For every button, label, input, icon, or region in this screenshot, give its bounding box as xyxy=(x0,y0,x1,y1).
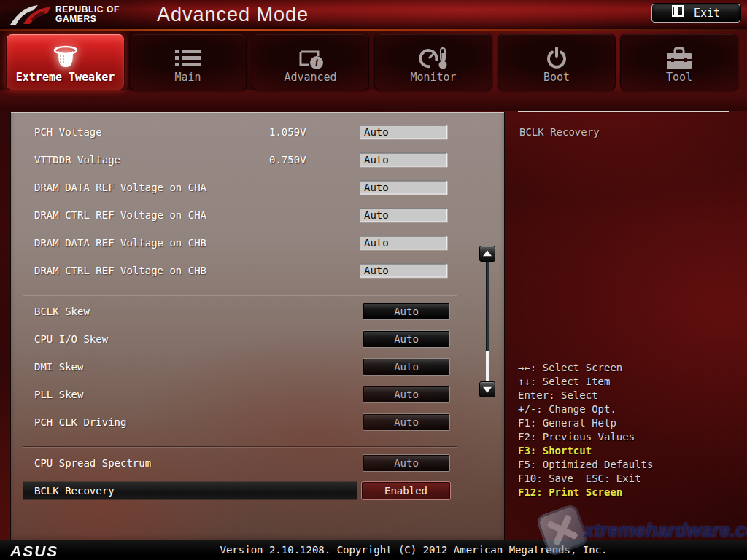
tab-boot[interactable]: Boot xyxy=(498,34,616,90)
setting-row-dram-ctrl-ref-chb[interactable]: DRAM CTRL REF Voltage on CHB Auto xyxy=(11,257,504,284)
setting-current-value: 1.059V xyxy=(269,126,306,138)
tab-main[interactable]: Main xyxy=(129,34,247,90)
scrollbar-thumb[interactable] xyxy=(486,351,489,381)
setting-dropdown[interactable]: Auto xyxy=(363,303,450,320)
setting-label: BCLK Skew xyxy=(34,306,90,317)
setting-label: DRAM CTRL REF Voltage on CHA xyxy=(34,209,206,221)
bios-version-text: Version 2.10.1208. Copyright (C) 2012 Am… xyxy=(80,544,747,556)
setting-input[interactable]: Auto xyxy=(360,153,447,167)
setting-label: PLL Skew xyxy=(34,389,83,400)
setting-input[interactable]: Auto xyxy=(360,125,447,139)
tab-label: Main xyxy=(130,71,246,84)
tab-advanced[interactable]: i Advanced xyxy=(252,34,369,90)
exit-label: Exit xyxy=(694,7,720,20)
setting-row-dram-data-ref-chb[interactable]: DRAM DATA REF Voltage on CHB Auto xyxy=(11,229,504,257)
setting-label: DRAM DATA REF Voltage on CHB xyxy=(34,237,206,249)
key-hint: F5: Optimized Defaults xyxy=(518,458,737,472)
setting-input[interactable]: Auto xyxy=(360,181,447,195)
setting-label: BCLK Recovery xyxy=(34,485,115,497)
section-divider xyxy=(23,436,457,449)
setting-label: DRAM DATA REF Voltage on CHA xyxy=(34,182,206,193)
key-legend: →←: Select Screen ↑↓: Select Item Enter:… xyxy=(518,361,737,499)
setting-row-dmi-skew[interactable]: DMI Skew Auto xyxy=(11,353,504,381)
setting-row-bclk-recovery-selected[interactable]: BCLK Recovery Enabled xyxy=(11,477,504,505)
setting-row-pch-voltage[interactable]: PCH Voltage 1.059V Auto xyxy=(11,118,504,146)
key-hint: +/-: Change Opt. xyxy=(518,402,737,416)
setting-row-cpu-spread-spectrum[interactable]: CPU Spread Spectrum Auto xyxy=(11,449,504,477)
tab-tool[interactable]: Tool xyxy=(620,34,738,90)
page-title: Advanced Mode xyxy=(157,4,309,26)
exit-door-icon xyxy=(672,5,684,21)
setting-current-value: 0.750V xyxy=(269,154,306,166)
setting-row-pch-clk-driving[interactable]: PCH CLK Driving Auto xyxy=(11,408,504,436)
tab-label: Boot xyxy=(498,71,615,84)
setting-label: DRAM CTRL REF Voltage on CHB xyxy=(34,265,206,276)
exit-button[interactable]: Exit xyxy=(651,4,740,23)
selected-item-help-text: BCLK Recovery xyxy=(519,126,600,138)
setting-row-dram-data-ref-cha[interactable]: DRAM DATA REF Voltage on CHA Auto xyxy=(11,174,504,201)
sidebar-top-divider xyxy=(518,111,729,112)
setting-label: PCH Voltage xyxy=(34,126,102,138)
setting-label: VTTDDR Voltage xyxy=(34,154,120,166)
setting-label: PCH CLK Driving xyxy=(34,416,126,428)
section-divider xyxy=(23,284,457,298)
setting-dropdown[interactable]: Auto xyxy=(363,358,450,376)
setting-input[interactable]: Auto xyxy=(360,236,447,250)
setting-label: CPU I/O Skew xyxy=(34,333,108,345)
scroll-up-button[interactable] xyxy=(479,246,495,262)
brand-line2: GAMERS xyxy=(55,15,120,24)
key-hint-shortcut: F3: Shortcut xyxy=(518,444,737,458)
tab-label: Tool xyxy=(621,71,738,84)
setting-input[interactable]: Auto xyxy=(360,209,447,222)
key-hint: F10: Save ESC: Exit xyxy=(518,472,737,486)
watermark-text: xtremehardware.com xyxy=(584,519,747,542)
setting-row-dram-ctrl-ref-cha[interactable]: DRAM CTRL REF Voltage on CHA Auto xyxy=(11,201,504,229)
setting-dropdown[interactable]: Auto xyxy=(363,330,450,348)
setting-row-pll-skew[interactable]: PLL Skew Auto xyxy=(11,381,504,408)
svg-text:i: i xyxy=(315,58,318,69)
tab-monitor[interactable]: Monitor xyxy=(374,34,492,90)
key-hint: →←: Select Screen xyxy=(518,361,737,375)
footer-bar: ASUS Version 2.10.1208. Copyright (C) 20… xyxy=(0,540,747,560)
arrow-up-icon xyxy=(483,250,492,256)
asus-logo: ASUS xyxy=(10,543,58,560)
header-divider xyxy=(0,29,747,31)
arrow-down-icon xyxy=(483,387,492,393)
scrollbar xyxy=(479,246,495,397)
setting-dropdown[interactable]: Auto xyxy=(363,386,450,403)
tab-label: Extreme Tweaker xyxy=(7,71,124,84)
setting-label: CPU Spread Spectrum xyxy=(34,457,151,469)
header-bar: REPUBLIC OF GAMERS Advanced Mode Exit xyxy=(0,0,747,29)
setting-label: DMI Skew xyxy=(34,361,83,373)
setting-dropdown[interactable]: Auto xyxy=(363,454,450,472)
key-hint-print-screen: F12: Print Screen xyxy=(518,486,737,499)
setting-input[interactable]: Auto xyxy=(360,264,447,278)
bios-advanced-mode-screen: { "colors": { "accent_red": "#c41414", "… xyxy=(0,0,747,560)
key-hint: ↑↓: Select Item xyxy=(518,375,737,389)
scroll-down-button[interactable] xyxy=(479,381,495,397)
key-hint: Enter: Select xyxy=(518,389,737,402)
setting-dropdown[interactable]: Enabled xyxy=(361,481,451,500)
tab-band xyxy=(0,90,747,111)
tab-label: Advanced xyxy=(252,71,368,84)
setting-row-vttddr-voltage[interactable]: VTTDDR Voltage 0.750V Auto xyxy=(11,146,504,174)
rog-eye-logo-icon xyxy=(9,1,53,31)
setting-row-cpu-io-skew[interactable]: CPU I/O Skew Auto xyxy=(11,325,504,353)
brand-text: REPUBLIC OF GAMERS xyxy=(55,5,120,24)
tab-label: Monitor xyxy=(375,71,492,84)
key-hint: F2: Previous Values xyxy=(518,430,737,444)
setting-dropdown[interactable]: Auto xyxy=(363,413,450,431)
tab-extreme-tweaker[interactable]: Extreme Tweaker xyxy=(6,34,125,90)
key-hint: F1: General Help xyxy=(518,416,737,430)
setting-row-bclk-skew[interactable]: BCLK Skew Auto xyxy=(11,298,504,325)
settings-panel: PCH Voltage 1.059V Auto VTTDDR Voltage 0… xyxy=(10,112,505,540)
